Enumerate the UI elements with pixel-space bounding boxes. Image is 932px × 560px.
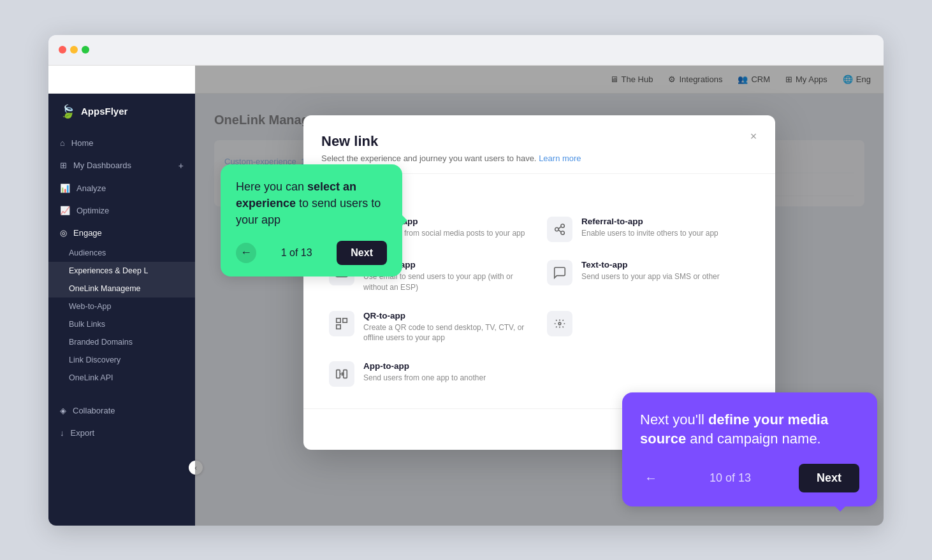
experience-qr-to-app[interactable]: QR-to-app Create a QR code to send deskt… [321,302,539,353]
modal-close-button[interactable]: × [745,128,762,146]
sidebar-item-bulk-links[interactable]: Bulk Links [48,315,195,333]
collaborate-icon: ◈ [60,406,66,415]
sidebar-item-branded-domains[interactable]: Branded Domains [48,333,195,351]
tooltip-purple-next-button[interactable]: Next [799,464,859,492]
placeholder-icon [547,311,572,336]
experience-referral-to-app[interactable]: Referral-to-app Enable users to invite o… [539,208,757,251]
dot-green[interactable] [82,46,89,54]
sidebar-item-engage[interactable]: ◎ Engage [48,222,195,244]
sidebar-item-link-discovery[interactable]: Link Discovery [48,351,195,369]
svg-point-20 [558,322,561,325]
sidebar-item-onelink-api[interactable]: OneLink API [48,369,195,387]
svg-rect-8 [337,318,340,322]
tooltip-green: Here you can select an experience to sen… [221,164,402,276]
top-nav [48,66,195,94]
sidebar-item-onelink[interactable]: OneLink Manageme [48,280,195,298]
engage-icon: ◎ [60,228,67,238]
experience-app-to-app[interactable]: App-to-app Send users from one app to an… [321,352,539,396]
sidebar-item-web-to-app[interactable]: Web-to-App [48,298,195,315]
tooltip-green-nav: ← 1 of 13 Next [236,241,387,265]
qr-to-app-icon [329,311,354,336]
tooltip-purple-back-button[interactable]: ← [640,467,662,489]
text-to-app-icon [547,260,572,285]
tooltip-purple: Next you'll define your media source and… [622,392,877,506]
export-icon: ↓ [60,428,64,438]
home-icon: ⌂ [60,138,65,148]
tooltip-purple-nav: ← 10 of 13 Next [640,464,859,492]
browser-topbar [48,35,884,66]
sidebar-logo: 🍃 AppsFlyer [48,94,195,132]
dot-red[interactable] [59,46,66,54]
tooltip-purple-text: Next you'll define your media source and… [640,410,859,448]
app-layout: 🍃 AppsFlyer ⌂ Home ⊞ My Dashboards + 📊 A… [48,66,884,526]
referral-to-app-icon [547,217,572,242]
svg-line-6 [558,230,561,232]
svg-point-3 [561,224,565,228]
app-to-app-icon [329,361,354,387]
tooltip-green-text: Here you can select an experience to sen… [236,178,387,228]
dashboards-icon: ⊞ [60,161,67,170]
tooltip-green-counter: 1 of 13 [281,247,312,259]
modal-subtitle: Select the experience and journey you wa… [321,154,757,163]
svg-rect-21 [337,370,340,378]
sidebar-item-optimize[interactable]: 📈 Optimize [48,199,195,222]
sidebar-item-dashboards[interactable]: ⊞ My Dashboards + [48,154,195,177]
sidebar-item-export[interactable]: ↓ Export [48,422,195,444]
logo-text: AppsFlyer [81,106,127,117]
svg-line-5 [558,227,561,229]
dot-yellow[interactable] [70,46,78,54]
analyze-icon: 📊 [60,183,70,193]
sidebar-item-experiences[interactable]: Experiences & Deep L [48,262,195,280]
sidebar: 🍃 AppsFlyer ⌂ Home ⊞ My Dashboards + 📊 A… [48,66,195,526]
svg-point-2 [555,227,559,231]
tooltip-purple-counter: 10 of 13 [710,471,751,485]
main-area: 🖥 The Hub ⚙ Integrations 👥 CRM ⊞ My Apps… [195,66,884,526]
experience-text-to-app[interactable]: Text-to-app Send users to your app via S… [539,251,757,302]
sidebar-item-audiences[interactable]: Audiences [48,244,195,262]
browser-dots [59,46,89,54]
sidebar-nav: ⌂ Home ⊞ My Dashboards + 📊 Analyze 📈 Opt… [48,132,195,526]
svg-rect-10 [337,324,340,328]
sidebar-item-analyze[interactable]: 📊 Analyze [48,177,195,199]
sidebar-item-collaborate[interactable]: ◈ Collaborate [48,399,195,422]
modal-title: New link [321,133,757,150]
tooltip-green-back-button[interactable]: ← [236,243,256,263]
svg-rect-9 [343,318,347,322]
experience-placeholder [539,302,757,353]
sidebar-item-home[interactable]: ⌂ Home [48,132,195,154]
svg-point-4 [561,231,565,235]
plus-icon: + [178,161,184,171]
tooltip-green-next-button[interactable]: Next [337,241,387,265]
logo-icon: 🍃 [60,104,76,119]
optimize-icon: 📈 [60,206,70,215]
learn-more-link[interactable]: Learn more [539,154,581,163]
